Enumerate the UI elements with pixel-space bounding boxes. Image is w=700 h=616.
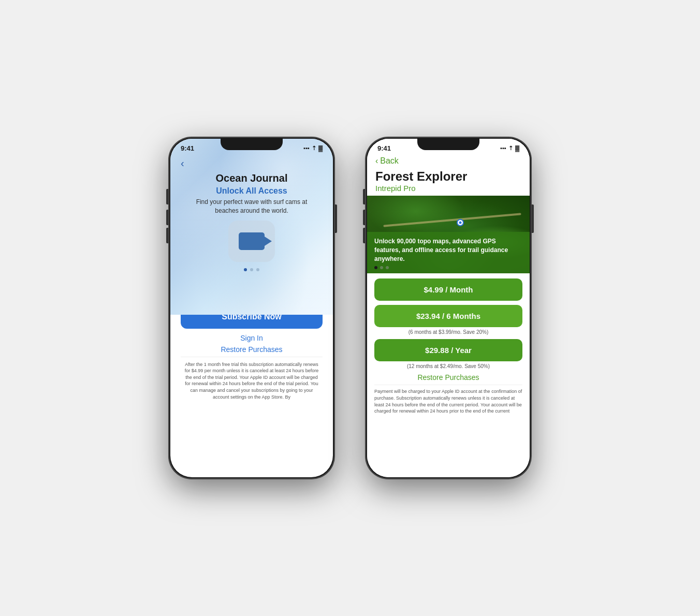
camera-icon	[239, 232, 265, 250]
phone-ocean-journal: 9:41 ▪▪▪ ⇡ ▓ ‹ Ocean Journal Unlock All …	[169, 137, 334, 479]
video-icon-container	[170, 215, 333, 266]
status-icons-2: ▪▪▪ ⇡ ▓	[500, 145, 519, 152]
carousel-dot-1	[244, 268, 247, 271]
fine-print-text: After the 1 month free trial this subscr…	[181, 357, 323, 401]
trail-path	[384, 213, 521, 227]
yearly-price-button[interactable]: $29.88 / Year	[374, 339, 522, 361]
wifi-icon-2: ⇡	[508, 145, 513, 152]
intrepid-pro-subtitle: Intrepid Pro	[375, 184, 521, 193]
ocean-journal-screen: 9:41 ▪▪▪ ⇡ ▓ ‹ Ocean Journal Unlock All …	[170, 139, 333, 477]
sixmonth-price-button[interactable]: $23.94 / 6 Months	[374, 305, 522, 327]
forest-explorer-screen: 9:41 ▪▪▪ ⇡ ▓ ‹ Back Forest Explorer Intr…	[367, 139, 530, 477]
phone-forest-explorer: 9:41 ▪▪▪ ⇡ ▓ ‹ Back Forest Explorer Intr…	[366, 137, 531, 479]
yearly-price-note: (12 months at $2.49/mo. Save 50%)	[374, 363, 522, 369]
forest-dot-3	[386, 266, 389, 269]
sixmonth-price-note: (6 months at $3.99/mo. Save 20%)	[374, 329, 522, 335]
forest-fine-print: Payment will be charged to your Apple ID…	[374, 385, 522, 414]
battery-icon: ▓	[318, 145, 323, 151]
status-icons: ▪▪▪ ⇡ ▓	[303, 145, 323, 152]
forest-back-button[interactable]: ‹ Back	[375, 157, 399, 165]
signal-icon: ▪▪▪	[303, 145, 310, 151]
forest-restore-purchases-link[interactable]: Restore Purchases	[374, 373, 522, 382]
back-button[interactable]: ‹	[181, 157, 184, 169]
forest-overlay-text: Unlock 90,000 topo maps, advanced GPS fe…	[374, 237, 522, 263]
back-label: Back	[380, 156, 399, 165]
forest-overlay: Unlock 90,000 topo maps, advanced GPS fe…	[367, 232, 530, 273]
carousel-dots	[170, 266, 333, 273]
video-icon-background	[228, 221, 275, 262]
unlock-all-access-title: Unlock All Access	[170, 184, 333, 196]
phone-notch-2	[417, 139, 479, 150]
wifi-icon: ⇡	[312, 145, 316, 152]
restore-purchases-link[interactable]: Restore Purchases	[181, 345, 323, 354]
monthly-price-button[interactable]: $4.99 / Month	[374, 278, 522, 301]
forest-carousel-dots	[374, 266, 522, 269]
phone-notch	[221, 139, 283, 150]
status-time-2: 9:41	[377, 144, 391, 152]
unlock-description: Find your perfect wave with surf cams at…	[170, 196, 333, 215]
forest-dot-1	[374, 266, 377, 269]
sign-in-link[interactable]: Sign In	[181, 334, 323, 342]
forest-explorer-title: Forest Explorer	[375, 170, 521, 183]
camera-lens-icon	[265, 237, 272, 246]
ocean-journal-title: Ocean Journal	[170, 169, 333, 184]
forest-header: Forest Explorer Intrepid Pro	[367, 168, 530, 196]
forest-nav: ‹ Back	[367, 155, 530, 168]
pricing-section: $4.99 / Month $23.94 / 6 Months (6 month…	[367, 273, 530, 419]
back-chevron-icon: ‹	[375, 156, 378, 165]
forest-dot-2	[380, 266, 383, 269]
map-location-pin	[457, 219, 464, 226]
battery-icon-2: ▓	[515, 145, 519, 151]
carousel-dot-3	[256, 268, 259, 271]
ocean-nav: ‹	[170, 155, 333, 169]
signal-icon-2: ▪▪▪	[500, 145, 506, 151]
status-time: 9:41	[181, 144, 194, 152]
carousel-dot-2	[250, 268, 253, 271]
forest-aerial-image: Unlock 90,000 topo maps, advanced GPS fe…	[367, 196, 530, 273]
